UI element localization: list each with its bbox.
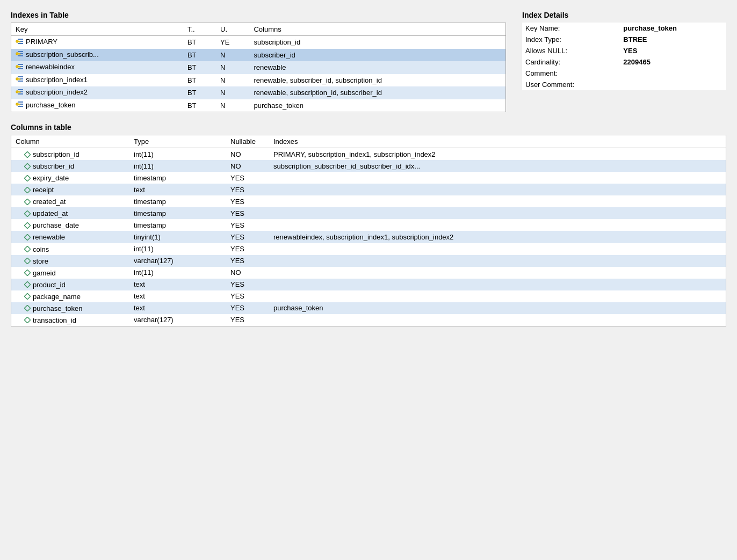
column-nullable-cell: YES [226,279,269,290]
column-row[interactable]: renewabletinyint(1)YESrenewableindex, su… [11,231,726,243]
index-columns-cell: purchase_token [249,99,505,112]
column-name-cell: product_id [11,279,129,290]
column-indexes-cell [269,290,726,302]
column-name-cell: renewable [11,231,129,243]
svg-rect-34 [20,92,20,92]
column-indexes-cell [269,184,726,195]
column-indexes-cell: renewableindex, subscription_index1, sub… [269,231,726,243]
column-row[interactable]: storevarchar(127)YES [11,255,726,267]
svg-rect-21 [18,76,23,77]
column-row[interactable]: coinsint(11)YES [11,243,726,255]
index-key-cell: PRIMARY [11,36,183,49]
columns-header-row: Column Type Nullable Indexes [11,135,726,148]
column-type-cell: int(11) [129,148,226,161]
column-row[interactable]: product_idtextYES [11,279,726,290]
indexes-header-row: Key T.. U. Columns [11,23,505,36]
svg-rect-28 [18,89,23,90]
index-row[interactable]: purchase_tokenBTNpurchase_token [11,99,505,112]
col-type-header: Type [129,135,226,148]
index-unique-cell: N [216,61,249,74]
column-name-cell: created_at [11,195,129,207]
index-unique-cell: N [216,49,249,62]
svg-rect-25 [18,78,20,79]
column-type-cell: text [129,290,226,302]
col-type: T.. [183,23,216,36]
column-nullable-cell: YES [226,195,269,207]
column-row[interactable]: subscription_idint(11)NOPRIMARY, subscri… [11,148,726,161]
column-name-cell: coins [11,243,129,255]
column-row[interactable]: created_attimestampYES [11,195,726,207]
detail-row: Index Type:BTREE [522,34,726,45]
column-indexes-cell: purchase_token [269,302,726,314]
column-type-cell: text [129,184,226,195]
index-unique-cell: N [216,99,249,112]
detail-row: Comment: [522,68,726,79]
column-row[interactable]: updated_attimestampYES [11,207,726,219]
column-nullable-cell: YES [226,255,269,267]
column-type-cell: text [129,279,226,290]
column-row[interactable]: subscriber_idint(11)NOsubscription_subsc… [11,160,726,172]
svg-rect-11 [18,53,20,54]
top-section: Indexes in Table Key T.. U. Columns [11,11,726,112]
index-row[interactable]: subscription_subscrib...BTNsubscriber_id [11,49,505,62]
svg-rect-46 [24,199,30,205]
column-row[interactable]: package_nametextYES [11,290,726,302]
main-container: Indexes in Table Key T.. U. Columns [11,11,726,326]
svg-rect-37 [18,106,23,107]
column-row[interactable]: purchase_datetimestampYES [11,219,726,231]
column-row[interactable]: purchase_tokentextYESpurchase_token [11,302,726,314]
column-indexes-cell [269,219,726,231]
column-name-cell: updated_at [11,207,129,219]
columns-table: Column Type Nullable Indexes subscriptio… [11,135,726,326]
detail-row: User Comment: [522,79,726,90]
column-indexes-cell [269,279,726,290]
svg-rect-43 [24,163,30,169]
column-name-cell: expiry_date [11,172,129,184]
detail-row: Allows NULL:YES [522,45,726,56]
detail-value [620,79,726,90]
svg-rect-50 [24,246,30,252]
column-row[interactable]: receipttextYES [11,184,726,195]
svg-rect-33 [19,92,20,93]
svg-rect-49 [24,234,30,240]
column-type-cell: timestamp [129,219,226,231]
column-name-cell: receipt [11,184,129,195]
svg-rect-9 [18,55,23,56]
index-type-cell: BT [183,36,216,49]
svg-rect-6 [20,41,20,42]
index-row[interactable]: renewableindexBTNrenewable [11,61,505,74]
column-row[interactable]: gameidint(11)NO [11,267,726,279]
column-type-cell: timestamp [129,207,226,219]
detail-label: Cardinality: [522,56,620,68]
index-row[interactable]: subscription_index1BTNrenewable, subscri… [11,74,505,87]
svg-rect-26 [19,79,20,81]
detail-value: YES [620,45,726,56]
index-row[interactable]: subscription_index2BTNrenewable, subscri… [11,86,505,99]
svg-rect-40 [19,105,20,106]
column-type-cell: timestamp [129,172,226,184]
index-unique-cell: N [216,86,249,99]
detail-row: Key Name:purchase_token [522,23,726,34]
column-row[interactable]: expiry_datetimestampYES [11,172,726,184]
detail-label: User Comment: [522,79,620,90]
svg-rect-35 [18,101,23,103]
svg-rect-19 [19,67,20,68]
index-type-cell: BT [183,49,216,62]
detail-label: Index Type: [522,34,620,45]
detail-label: Allows NULL: [522,45,620,56]
column-type-cell: int(11) [129,243,226,255]
column-nullable-cell: NO [226,148,269,161]
index-row[interactable]: PRIMARYBTYEsubscription_id [11,36,505,49]
col-indexes-header: Indexes [269,135,726,148]
column-nullable-cell: YES [226,172,269,184]
column-name-cell: subscription_id [11,148,129,161]
column-nullable-cell: YES [226,207,269,219]
column-row[interactable]: transaction_idvarchar(127)YES [11,314,726,326]
column-indexes-cell [269,195,726,207]
svg-rect-55 [24,306,30,311]
column-indexes-cell [269,255,726,267]
columns-section: Columns in table Column Type Nullable In… [11,123,726,326]
column-name-cell: purchase_token [11,302,129,314]
index-type-cell: BT [183,99,216,112]
column-type-cell: tinyint(1) [129,231,226,243]
